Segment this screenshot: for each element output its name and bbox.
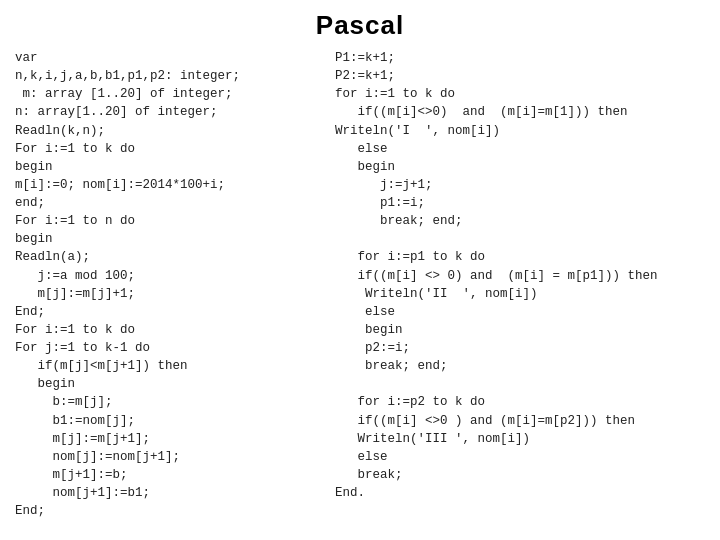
main-container: Pascal var n,k,i,j,a,b,b1,p1,p2: integer… [0, 0, 720, 540]
code-area: var n,k,i,j,a,b,b1,p1,p2: integer; m: ar… [15, 49, 705, 530]
left-code-block: var n,k,i,j,a,b,b1,p1,p2: integer; m: ar… [15, 49, 325, 530]
page-title: Pascal [15, 10, 705, 41]
right-code-block: P1:=k+1; P2:=k+1; for i:=1 to k do if((m… [325, 49, 705, 530]
